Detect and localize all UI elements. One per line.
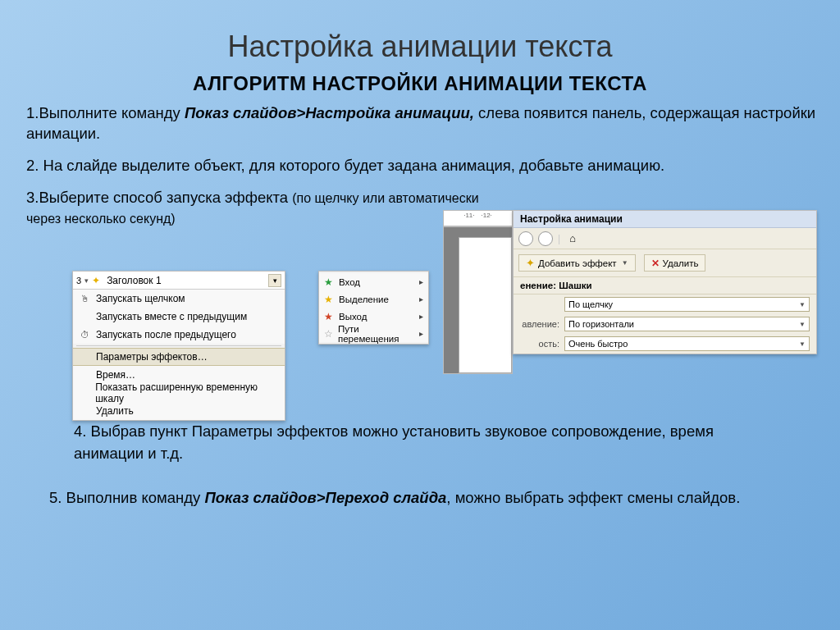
animation-task-pane: Настройка анимации | ⌂ ✦Добавить эффект▼…	[513, 210, 817, 354]
mouse-icon: 🖱	[78, 292, 91, 305]
toolbar-separator: |	[558, 233, 560, 244]
submenu-item-exit[interactable]: ★Выход▸	[319, 308, 428, 325]
blank-icon	[78, 350, 91, 363]
submenu-label: Выделение	[339, 294, 389, 304]
direction-dropdown[interactable]: По горизонтали▼	[564, 317, 810, 331]
submenu-item-entrance[interactable]: ★Вход▸	[319, 273, 428, 290]
menu-item-start-onclick[interactable]: 🖱Запускать щелчком	[73, 290, 285, 308]
chevron-down-icon: ▼	[799, 301, 806, 308]
back-icon[interactable]	[518, 231, 533, 246]
menu-item-show-timeline[interactable]: Показать расширенную временную шкалу	[73, 384, 285, 402]
menu-separator	[76, 345, 281, 346]
effect-number: 3	[76, 276, 81, 285]
button-label: Удалить	[663, 258, 699, 268]
start-dropdown[interactable]: По щелчку▼	[564, 297, 810, 312]
home-icon[interactable]: ⌂	[565, 231, 580, 246]
star-icon: ✦	[526, 257, 535, 269]
effect-options-menu: 3 ▾ ✦ Заголовок 1 ▾ 🖱Запускать щелчком З…	[72, 271, 285, 421]
menu-item-effect-options[interactable]: Параметры эффектов…	[73, 348, 285, 366]
effect-list-item[interactable]: 3 ▾ ✦ Заголовок 1 ▾	[73, 272, 285, 290]
chevron-down-icon: ▼	[799, 340, 806, 348]
slide-title: Настройка анимации текста	[0, 0, 840, 69]
pane-title: Настройка анимации	[514, 211, 816, 228]
clock-icon: ⏱	[78, 328, 91, 341]
chevron-down-icon[interactable]: ▾	[268, 274, 281, 287]
star-icon: ☆	[324, 328, 333, 340]
star-icon: ✦	[92, 275, 100, 286]
button-label: Добавить эффект	[538, 258, 617, 268]
step-3-text-a: 3.Выберите способ запуска эффекта	[26, 189, 292, 206]
delete-effect-button[interactable]: ✕Удалить	[644, 254, 706, 272]
step-1-text-a: 1.Выполните команду	[26, 104, 185, 121]
step-1: 1.Выполните команду Показ слайдов>Настро…	[0, 102, 840, 146]
field-label: авление:	[520, 319, 559, 329]
menu-label: Время…	[96, 369, 135, 381]
pane-buttons-row: ✦Добавить эффект▼ ✕Удалить	[514, 249, 816, 277]
effect-type-submenu: ★Вход▸ ★Выделение▸ ★Выход▸ ☆Пути перемещ…	[318, 271, 429, 345]
submenu-label: Пути перемещения	[338, 324, 414, 344]
effect-target-label: Заголовок 1	[103, 275, 265, 286]
menu-label: Запускать вместе с предыдущим	[96, 311, 247, 322]
start-field: По щелчку▼	[514, 294, 816, 314]
step-5-text-c: , можно выбрать эффект смены слайдов.	[446, 489, 740, 506]
menu-label: Запускать после предыдущего	[96, 329, 236, 340]
step-2: 2. На слайде выделите объект, для которо…	[0, 154, 840, 178]
menu-label: Удалить	[96, 405, 134, 417]
star-icon: ★	[324, 276, 334, 288]
chevron-right-icon: ▸	[419, 312, 423, 321]
menu-item-delete[interactable]: Удалить	[73, 402, 285, 420]
pane-toolbar: | ⌂	[514, 228, 816, 249]
dropdown-value: Очень быстро	[568, 339, 628, 349]
submenu-label: Вход	[339, 277, 360, 287]
step-5: 5. Выполнив команду Показ слайдов>Перехо…	[23, 486, 840, 511]
step-1-command: Показ слайдов>Настройка анимации,	[185, 104, 474, 121]
modify-section-label: енение: Шашки	[514, 277, 816, 294]
chevron-right-icon: ▸	[419, 294, 423, 304]
trigger-icon: ▾	[84, 276, 89, 285]
step-5-command: Показ слайдов>Переход слайда	[204, 489, 446, 506]
menu-item-start-with-prev[interactable]: Запускать вместе с предыдущим	[73, 308, 285, 326]
dropdown-value: По щелчку	[568, 299, 613, 309]
star-icon: ★	[324, 311, 334, 322]
step-5-text-a: 5. Выполнив команду	[49, 489, 204, 506]
document-corner	[443, 226, 513, 374]
menu-item-start-after-prev[interactable]: ⏱Запускать после предыдущего	[73, 326, 285, 344]
menu-label: Показать расширенную временную шкалу	[95, 381, 280, 404]
direction-field: авление: По горизонтали▼	[514, 314, 816, 334]
ruler-mark-b: ·12·	[482, 212, 492, 219]
x-icon: ✕	[651, 258, 660, 269]
dropdown-value: По горизонтали	[568, 319, 634, 329]
submenu-item-emphasis[interactable]: ★Выделение▸	[319, 290, 428, 308]
ruler-mark-a: ·11·	[463, 212, 474, 219]
chevron-right-icon: ▸	[419, 277, 423, 286]
submenu-item-motion-paths[interactable]: ☆Пути перемещения▸	[319, 325, 428, 342]
step-4: 4. Выбрав пункт Параметры эффектов можно…	[48, 419, 840, 467]
submenu-label: Выход	[339, 312, 367, 322]
menu-label: Параметры эффектов…	[96, 351, 208, 363]
field-label: ость:	[520, 339, 559, 349]
add-effect-button[interactable]: ✦Добавить эффект▼	[518, 254, 636, 272]
speed-dropdown[interactable]: Очень быстро▼	[564, 336, 810, 351]
blank-icon	[78, 368, 91, 381]
menu-label: Запускать щелчком	[96, 293, 185, 304]
ruler-fragment: ·11· ·12·	[443, 210, 513, 226]
chevron-down-icon: ▼	[799, 321, 806, 328]
chevron-right-icon: ▸	[419, 329, 423, 338]
blank-icon	[78, 310, 91, 323]
forward-icon[interactable]	[538, 231, 553, 246]
blank-icon	[78, 404, 91, 418]
chevron-down-icon: ▼	[622, 259, 628, 267]
speed-field: ость: Очень быстро▼	[514, 334, 816, 354]
star-icon: ★	[324, 294, 334, 305]
blank-icon	[78, 386, 90, 399]
slide-subtitle: АЛГОРИТМ НАСТРОЙКИ АНИМАЦИИ ТЕКСТА	[193, 69, 647, 102]
